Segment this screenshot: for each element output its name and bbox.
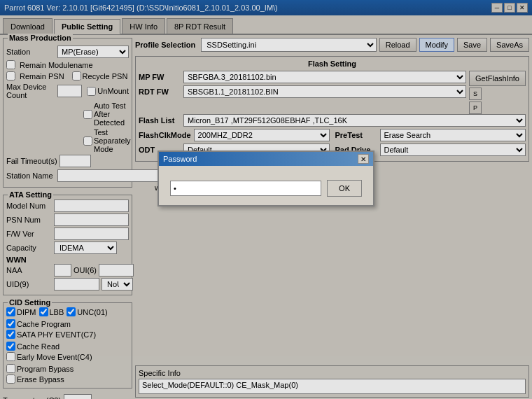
dialog-input-row: OK [170, 180, 362, 197]
password-dialog: Password ✕ OK [158, 150, 374, 206]
dialog-ok-button[interactable]: OK [327, 180, 362, 197]
dialog-title-text: Password [163, 155, 197, 163]
dialog-close-button[interactable]: ✕ [358, 154, 369, 164]
dialog-body: OK [159, 166, 373, 205]
password-input[interactable] [170, 181, 321, 196]
dialog-overlay: Password ✕ OK [0, 0, 532, 399]
dialog-title-bar: Password ✕ [159, 152, 373, 166]
